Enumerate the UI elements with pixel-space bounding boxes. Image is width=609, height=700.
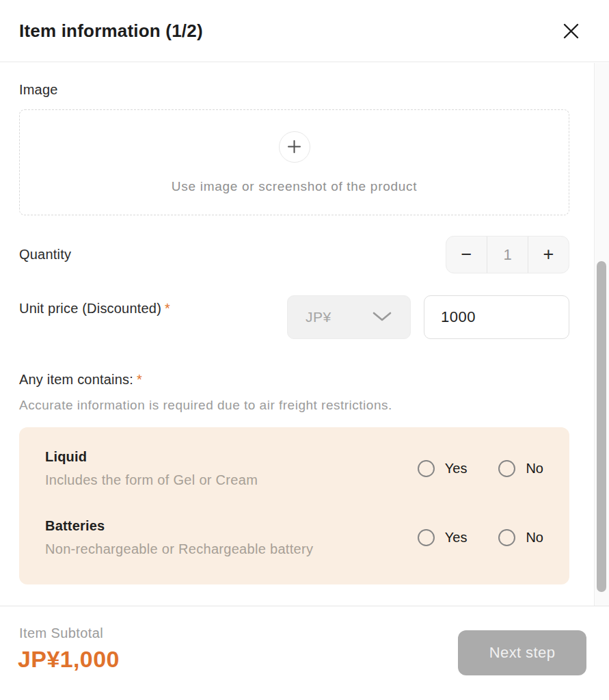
item-information-modal: Item information (1/2) Image Use image o… xyxy=(0,0,609,700)
unit-price-label: Unit price (Discounted)* xyxy=(19,301,170,317)
batteries-no-option[interactable]: No xyxy=(498,529,543,546)
contains-options-panel: Liquid Includes the form of Gel or Cream… xyxy=(19,427,569,584)
quantity-value: 1 xyxy=(487,237,528,273)
modal-header: Item information (1/2) xyxy=(0,0,609,62)
upload-hint-text: Use image or screenshot of the product xyxy=(172,179,417,194)
liquid-title: Liquid xyxy=(45,449,258,465)
unit-price-controls: JP¥ xyxy=(287,295,569,339)
close-icon xyxy=(562,32,580,42)
image-field-label: Image xyxy=(19,82,569,98)
modal-body: Image Use image or screenshot of the pro… xyxy=(0,63,594,606)
quantity-label: Quantity xyxy=(19,247,71,262)
liquid-yes-label[interactable]: Yes xyxy=(445,461,468,476)
page-title: Item information (1/2) xyxy=(19,21,203,42)
liquid-row: Liquid Includes the form of Gel or Cream… xyxy=(45,449,543,488)
required-asterisk: * xyxy=(165,301,170,316)
liquid-no-option[interactable]: No xyxy=(498,460,543,477)
batteries-title: Batteries xyxy=(45,518,313,534)
liquid-text-block: Liquid Includes the form of Gel or Cream xyxy=(45,449,258,488)
quantity-decrease-button[interactable]: − xyxy=(446,237,487,273)
required-asterisk: * xyxy=(137,372,142,387)
unit-price-input[interactable] xyxy=(424,295,569,339)
scrollbar-thumb[interactable] xyxy=(597,261,606,592)
close-button[interactable] xyxy=(559,19,583,43)
plus-icon[interactable] xyxy=(279,131,310,163)
quantity-stepper: − 1 + xyxy=(446,236,569,273)
contains-label-text: Any item contains: xyxy=(19,372,133,387)
batteries-row: Batteries Non-rechargeable or Rechargeab… xyxy=(45,518,543,557)
chevron-down-icon xyxy=(372,309,392,325)
currency-select-value: JP¥ xyxy=(306,309,331,325)
liquid-no-radio[interactable] xyxy=(498,460,515,477)
quantity-field: Quantity − 1 + xyxy=(19,236,569,273)
contains-field-label: Any item contains:* xyxy=(19,372,569,388)
next-step-button[interactable]: Next step xyxy=(458,630,586,675)
liquid-radio-group: Yes No xyxy=(418,460,543,477)
item-subtotal-label: Item Subtotal xyxy=(19,625,103,641)
unit-price-label-text: Unit price (Discounted) xyxy=(19,301,161,316)
liquid-no-label[interactable]: No xyxy=(526,461,543,476)
liquid-subtitle: Includes the form of Gel or Cream xyxy=(45,472,258,488)
scrollbar-track[interactable] xyxy=(594,63,609,606)
batteries-no-radio[interactable] xyxy=(498,529,515,546)
liquid-yes-option[interactable]: Yes xyxy=(418,460,468,477)
batteries-text-block: Batteries Non-rechargeable or Rechargeab… xyxy=(45,518,313,557)
liquid-yes-radio[interactable] xyxy=(418,460,435,477)
batteries-yes-radio[interactable] xyxy=(418,529,435,546)
currency-select[interactable]: JP¥ xyxy=(287,295,411,339)
batteries-radio-group: Yes No xyxy=(418,529,543,546)
batteries-no-label[interactable]: No xyxy=(526,530,543,546)
item-subtotal-value: JP¥1,000 xyxy=(18,646,120,673)
image-upload-dropzone[interactable]: Use image or screenshot of the product xyxy=(19,109,569,215)
batteries-yes-label[interactable]: Yes xyxy=(445,530,468,546)
batteries-yes-option[interactable]: Yes xyxy=(418,529,468,546)
unit-price-field: Unit price (Discounted)* JP¥ xyxy=(19,295,569,339)
quantity-increase-button[interactable]: + xyxy=(528,237,569,273)
contains-helper-text: Accurate information is required due to … xyxy=(19,398,569,413)
batteries-subtitle: Non-rechargeable or Rechargeable battery xyxy=(45,541,313,557)
modal-footer: Item Subtotal JP¥1,000 Next step xyxy=(0,606,609,700)
